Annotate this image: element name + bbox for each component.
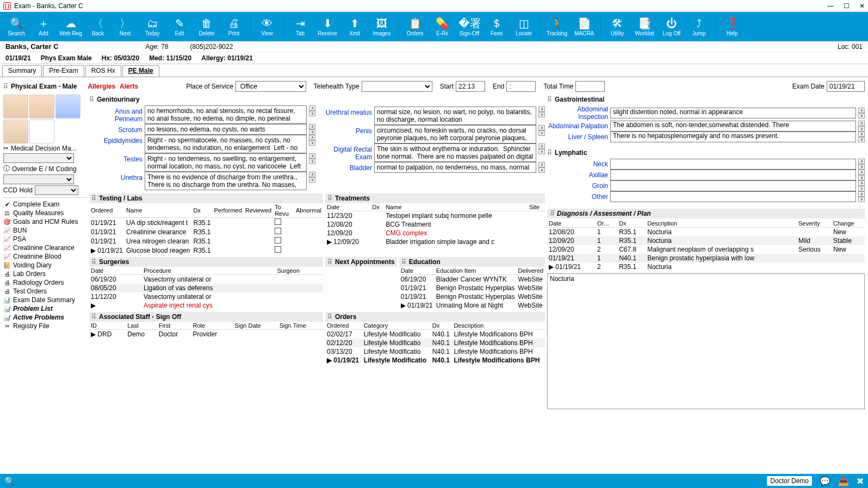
toolbar-tab[interactable]: ⇥Tab: [287, 14, 313, 40]
field-input[interactable]: [610, 191, 856, 202]
table-row[interactable]: 01/19/21Urea nitrogen clearanR35.1: [89, 236, 323, 246]
anatomy-thumb[interactable]: [55, 95, 80, 118]
field-label[interactable]: Axillae: [547, 171, 608, 179]
sidebar-item-radiology-orders[interactable]: 🖨Radiology Orders: [3, 278, 87, 287]
toolbar-locate[interactable]: ◫Locate: [511, 14, 537, 40]
toolbar-orders[interactable]: 📋Orders: [402, 14, 428, 40]
table-row[interactable]: ▶ 01/19/21Lifestyle ModificatioN40.1Life…: [325, 356, 545, 365]
sidebar-item-active-problems[interactable]: 📊Active Problems: [3, 313, 87, 322]
search-icon[interactable]: 🔍: [4, 476, 15, 486]
toolbar-next[interactable]: 〉Next: [112, 14, 138, 40]
spinner[interactable]: ∧∨: [309, 172, 315, 183]
table-row[interactable]: 12/09/20CMG complex: [325, 229, 545, 237]
spinner[interactable]: ∧∨: [858, 108, 865, 118]
table-row[interactable]: 01/19/211N40.1Benign prostatic hyperplas…: [547, 254, 865, 262]
toolbar-add[interactable]: ＋Add: [30, 14, 57, 40]
spinner[interactable]: ∧∨: [309, 135, 315, 146]
table-row[interactable]: 02/02/17Lifestyle ModificatioN40.1Lifest…: [325, 330, 545, 339]
toolbar-e-rx[interactable]: 💊E-Rx: [429, 14, 455, 40]
table-row[interactable]: 01/19/21Creatinine clearanceR35.1: [89, 227, 323, 236]
spinner[interactable]: ∧∨: [858, 132, 865, 142]
spinner[interactable]: ∧∨: [858, 159, 865, 170]
sidebar-item-psa[interactable]: 📈PSA: [3, 235, 87, 243]
exit-icon[interactable]: ✖: [857, 476, 864, 486]
toolbar-back[interactable]: 〈Back: [85, 14, 111, 40]
table-row[interactable]: 01/19/21Benign Prostatic HyperplasWebSit…: [399, 292, 545, 301]
sidebar-item-creatinine-clearance[interactable]: 📈Creatinine Clearance: [3, 243, 87, 252]
spinner[interactable]: ∧∨: [538, 125, 545, 136]
sidebar-item-voiding-diary[interactable]: 📔Voiding Diary: [3, 261, 87, 270]
gu-label[interactable]: Testes: [89, 153, 142, 163]
spinner[interactable]: ∧∨: [538, 162, 545, 173]
spinner[interactable]: ∧∨: [538, 107, 545, 117]
table-row[interactable]: 12/09/201R35.1NocturiaMildStable: [547, 236, 865, 245]
end-input[interactable]: [506, 81, 536, 92]
sidebar-item-registry-file[interactable]: ✂Registry File: [3, 322, 87, 330]
gu-textarea[interactable]: no lesions, no edema, no cysts, no warts: [145, 124, 307, 135]
sidebar-item-bun[interactable]: 📈BUN: [3, 226, 87, 235]
spinner[interactable]: ∧∨: [858, 191, 865, 202]
sidebar-item-complete-exam[interactable]: ✔Complete Exam: [3, 200, 87, 209]
gu-label[interactable]: Bladder: [319, 162, 372, 172]
toolbar-sign-off[interactable]: �署Sign-Off: [456, 14, 482, 40]
table-row[interactable]: ▶ Aspirate inject renal cys: [89, 301, 323, 310]
gu-label[interactable]: Penis: [319, 125, 372, 135]
spinner[interactable]: ∧∨: [309, 105, 315, 116]
sidebar-item-lab-orders[interactable]: 🖨Lab Orders: [3, 270, 87, 278]
tab-pre-exam[interactable]: Pre-Exam: [43, 65, 84, 77]
table-row[interactable]: 02/12/20Lifestyle ModificatioN40.1Lifest…: [325, 339, 545, 347]
inbox-icon[interactable]: 📥: [838, 476, 849, 486]
field-label[interactable]: Liver / Spleen: [547, 133, 608, 141]
toolbar-jump[interactable]: ⤴Jump: [686, 14, 712, 40]
start-input[interactable]: [456, 81, 485, 92]
table-row[interactable]: ▶ 12/09/20Bladder irrigation simple lava…: [325, 237, 545, 246]
field-input[interactable]: [610, 170, 856, 180]
table-row[interactable]: ▶ 01/19/212R35.1Nocturia: [547, 262, 865, 271]
field-input[interactable]: The abdomen is soft, non-tender,somewhat…: [610, 121, 856, 132]
total-input[interactable]: [575, 81, 605, 92]
table-row[interactable]: 01/19/21Benign Prostatic HyperplasWebSit…: [399, 284, 545, 292]
toolbar-images[interactable]: 🖼Images: [369, 14, 395, 40]
field-input[interactable]: [610, 180, 856, 191]
toolbar-macra[interactable]: 📄MACRA: [571, 14, 597, 40]
toolbar-receive[interactable]: ⬇Receive: [314, 14, 340, 40]
pos-select[interactable]: Office: [235, 81, 306, 92]
field-label[interactable]: Abdominal Palpation: [547, 122, 608, 130]
table-row[interactable]: 12/08/201R35.1NocturiaNew: [547, 228, 865, 237]
toolbar-tracking[interactable]: 🚶Tracking: [544, 14, 570, 40]
toolbar-delete[interactable]: 🗑Delete: [194, 14, 220, 40]
toolbar-log-off[interactable]: ⏻Log Off: [659, 14, 685, 40]
minimize-button[interactable]: —: [827, 2, 834, 10]
spinner[interactable]: ∧∨: [309, 124, 315, 135]
allergies-link[interactable]: Allergies: [88, 83, 115, 90]
field-label[interactable]: Groin: [547, 182, 608, 190]
checkbox[interactable]: [275, 246, 281, 253]
ccd-select[interactable]: [35, 185, 78, 195]
table-row[interactable]: 11/23/20Testopel implant subq hormone pe…: [325, 211, 545, 221]
tab-summary[interactable]: Summary: [2, 65, 42, 77]
table-row[interactable]: ▶ DRDDemoDoctorProvider: [89, 330, 323, 339]
toolbar-view[interactable]: 👁View: [254, 14, 280, 40]
field-label[interactable]: Abdominal Inspection: [547, 105, 608, 121]
mdm-select[interactable]: [3, 153, 74, 163]
anatomy-thumb[interactable]: [3, 120, 28, 143]
gu-label[interactable]: Scrotum: [89, 124, 142, 134]
sidebar-item-quality-measures[interactable]: ⚖Quality Measures: [3, 209, 87, 217]
field-label[interactable]: Other: [547, 193, 608, 201]
checkbox[interactable]: [275, 218, 281, 225]
toolbar-edit[interactable]: ✎Edit: [166, 14, 193, 40]
table-row[interactable]: ▶ 01/19/21Urinating More at NightWebSite: [399, 301, 545, 310]
table-row[interactable]: 11/12/20Vasectomy unilateral or: [89, 292, 323, 301]
spinner[interactable]: ∧∨: [858, 180, 865, 191]
toolbar-fees[interactable]: ＄Fees: [483, 14, 510, 40]
close-button[interactable]: ✕: [859, 2, 865, 10]
anatomy-thumb[interactable]: [29, 120, 54, 143]
field-input[interactable]: There is no hepatosplenomegaly and no ma…: [610, 132, 856, 142]
gu-textarea[interactable]: no hemorrhoids, no anal stenosis, no rec…: [145, 105, 307, 124]
checkbox[interactable]: [275, 237, 281, 243]
toolbar-print[interactable]: 🖨Print: [221, 14, 247, 40]
gu-textarea[interactable]: Right - no tenderness, no swelling, no e…: [145, 153, 307, 172]
table-row[interactable]: 12/09/202C67.8Malignant neoplasm of over…: [547, 245, 865, 254]
table-row[interactable]: 06/19/20Vasectomy unilateral or: [89, 275, 323, 284]
spinner[interactable]: ∧∨: [858, 170, 865, 180]
